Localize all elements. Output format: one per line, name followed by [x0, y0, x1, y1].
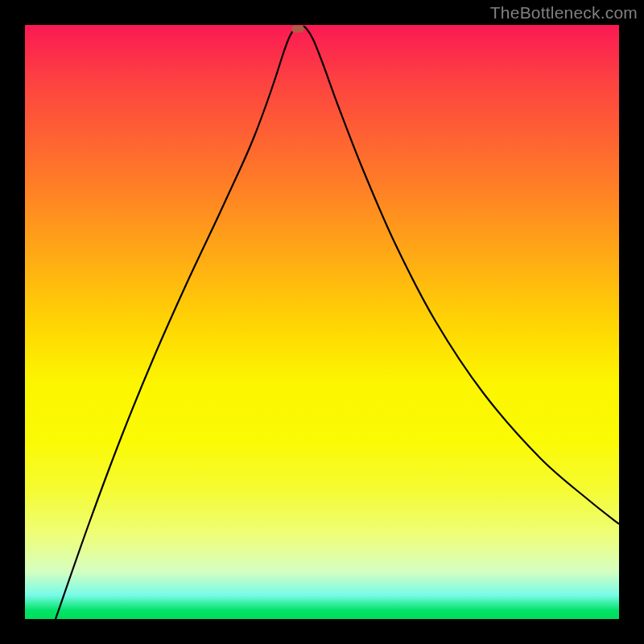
watermark-text: TheBottleneck.com: [490, 3, 638, 23]
optimal-marker: [291, 26, 304, 33]
plot-area: [25, 25, 619, 619]
bottleneck-curve: [56, 27, 619, 619]
curve-svg: [25, 25, 619, 619]
chart-stage: TheBottleneck.com: [0, 0, 644, 644]
